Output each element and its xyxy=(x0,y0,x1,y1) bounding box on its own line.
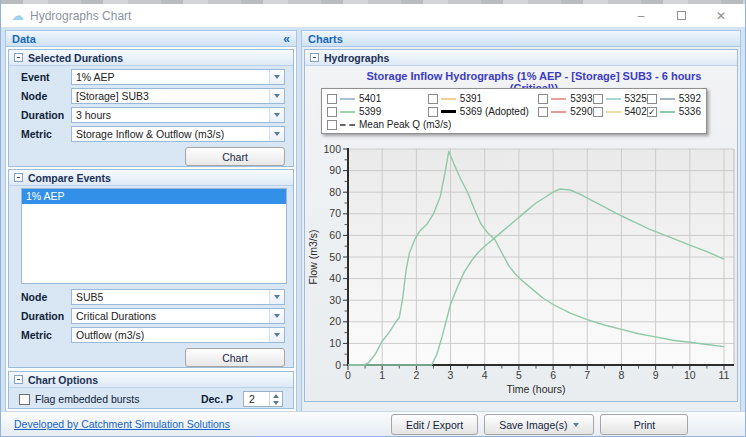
legend-line-sample xyxy=(551,98,566,100)
svg-text:10: 10 xyxy=(329,337,341,349)
compare-node-label: Node xyxy=(21,291,71,303)
legend-checkbox[interactable] xyxy=(538,107,548,117)
legend-checkbox[interactable] xyxy=(538,94,548,104)
maximize-button[interactable] xyxy=(661,4,701,27)
svg-text:80: 80 xyxy=(329,186,341,198)
spinner-up-icon[interactable] xyxy=(273,394,279,398)
data-panel-body: Selected Durations Event 1% AEP Node [St… xyxy=(5,47,297,412)
compare-metric-value: Outflow (m3/s) xyxy=(72,328,269,342)
minimize-button[interactable]: – xyxy=(621,4,661,27)
chevron-down-icon[interactable] xyxy=(269,328,284,342)
chart-button-selected-durations[interactable]: Chart xyxy=(185,147,285,166)
collapse-group-icon[interactable] xyxy=(310,53,319,62)
node-combobox[interactable]: [Storage] SUB3 xyxy=(71,88,285,104)
flag-embedded-bursts-checkbox[interactable] xyxy=(19,394,30,405)
hydrographs-chart-window: ☁ Hydrographs Chart – ✕ Data « Selected … xyxy=(0,0,746,437)
metric-combobox[interactable]: Storage Inflow & Outflow (m3/s) xyxy=(71,126,285,142)
svg-text:5: 5 xyxy=(516,369,522,381)
legend-item: ✓5336 xyxy=(647,106,701,117)
legend-label: 5392 xyxy=(679,93,701,104)
legend-checkbox[interactable] xyxy=(327,94,337,104)
save-images-button[interactable]: Save Image(s) xyxy=(484,414,594,435)
compare-node-combobox[interactable]: SUB5 xyxy=(71,289,285,305)
bottom-bar: Developed by Catchment Simulation Soluti… xyxy=(1,411,745,436)
svg-text:0: 0 xyxy=(345,369,351,381)
svg-text:1: 1 xyxy=(379,369,385,381)
legend-checkbox[interactable] xyxy=(593,94,603,104)
action-buttons: Edit / Export Save Image(s) Print xyxy=(391,414,688,435)
legend-line-sample xyxy=(660,98,675,100)
legend-checkbox[interactable]: ✓ xyxy=(647,107,657,117)
compare-duration-combobox[interactable]: Critical Durations xyxy=(71,308,285,324)
collapse-group-icon[interactable] xyxy=(14,375,23,384)
chevron-down-icon[interactable] xyxy=(269,89,284,103)
titlebar: ☁ Hydrographs Chart – ✕ xyxy=(1,4,745,27)
hydrographs-header[interactable]: Hydrographs xyxy=(305,50,737,66)
legend-label: 5369 (Adopted) xyxy=(460,106,529,117)
chart-options-row: Flag embedded bursts Dec. P 2 xyxy=(19,391,285,407)
decimal-places-spinner[interactable]: 2 xyxy=(243,391,283,407)
list-item-event[interactable]: 1% AEP xyxy=(22,189,286,204)
legend-line-sample xyxy=(340,111,355,113)
legend-item: 5393 xyxy=(538,93,592,104)
collapse-group-icon[interactable] xyxy=(14,53,23,62)
collapse-group-icon[interactable] xyxy=(14,173,23,182)
duration-label: Duration xyxy=(21,109,71,121)
maximize-icon xyxy=(677,11,686,20)
chevron-down-icon[interactable] xyxy=(269,290,284,304)
legend-item: 5392 xyxy=(647,93,701,104)
svg-text:2: 2 xyxy=(413,369,419,381)
legend-label: 5336 xyxy=(679,106,701,117)
selected-durations-header[interactable]: Selected Durations xyxy=(9,50,293,66)
window-body: Data « Selected Durations Event 1% AEP xyxy=(1,27,745,436)
svg-text:100: 100 xyxy=(323,143,341,155)
compare-events-listbox[interactable]: 1% AEP xyxy=(21,188,287,284)
duration-combobox[interactable]: 3 hours xyxy=(71,107,285,123)
event-combobox[interactable]: 1% AEP xyxy=(71,69,285,85)
legend-item: 5290 xyxy=(538,106,592,117)
chevron-down-icon[interactable] xyxy=(269,108,284,122)
chevron-down-icon[interactable] xyxy=(269,309,284,323)
selected-durations-title: Selected Durations xyxy=(28,52,123,64)
legend-checkbox[interactable] xyxy=(327,107,337,117)
legend-checkbox[interactable] xyxy=(327,120,337,130)
chart-button-compare-events[interactable]: Chart xyxy=(185,348,285,367)
legend-line-sample xyxy=(660,111,675,113)
spinner-down-icon[interactable] xyxy=(273,401,279,405)
legend-item: 5399 xyxy=(327,106,428,117)
node-value: [Storage] SUB3 xyxy=(72,89,269,103)
svg-text:9: 9 xyxy=(653,369,659,381)
close-button[interactable]: ✕ xyxy=(701,4,741,27)
charts-panel-header: Charts xyxy=(301,30,741,47)
duration-row: Duration 3 hours xyxy=(21,107,285,123)
developer-link[interactable]: Developed by Catchment Simulation Soluti… xyxy=(14,418,230,430)
legend-checkbox[interactable] xyxy=(593,107,603,117)
svg-text:6: 6 xyxy=(550,369,556,381)
collapse-panel-button[interactable]: « xyxy=(283,32,290,46)
legend-checkbox[interactable] xyxy=(428,94,438,104)
svg-text:11: 11 xyxy=(719,369,730,381)
chart-options-header[interactable]: Chart Options xyxy=(9,372,293,388)
print-button[interactable]: Print xyxy=(600,414,688,435)
chevron-down-icon[interactable] xyxy=(269,70,284,84)
compare-metric-combobox[interactable]: Outflow (m3/s) xyxy=(71,327,285,343)
legend-item: Mean Peak Q (m3/s) xyxy=(327,119,433,130)
svg-text:70: 70 xyxy=(329,207,341,219)
compare-node-row: Node SUB5 xyxy=(21,289,285,305)
legend-label: 5325 xyxy=(625,93,647,104)
legend-checkbox[interactable] xyxy=(428,107,438,117)
legend-item: 5391 xyxy=(428,93,538,104)
legend-label: 5399 xyxy=(359,106,381,117)
svg-text:20: 20 xyxy=(329,315,341,327)
node-label: Node xyxy=(21,90,71,102)
chart-area: Storage Inflow Hydrographs (1% AEP - [St… xyxy=(305,66,737,401)
chevron-down-icon[interactable] xyxy=(269,127,284,141)
edit-export-button[interactable]: Edit / Export xyxy=(391,414,478,435)
legend-label: 5290 xyxy=(570,106,592,117)
svg-text:Time (hours): Time (hours) xyxy=(506,383,565,395)
metric-label: Metric xyxy=(21,128,71,140)
compare-events-group: Compare Events 1% AEP Node SUB5 Duration xyxy=(8,169,294,368)
legend-checkbox[interactable] xyxy=(647,94,657,104)
compare-events-header[interactable]: Compare Events xyxy=(9,170,293,186)
compare-events-title: Compare Events xyxy=(28,172,111,184)
